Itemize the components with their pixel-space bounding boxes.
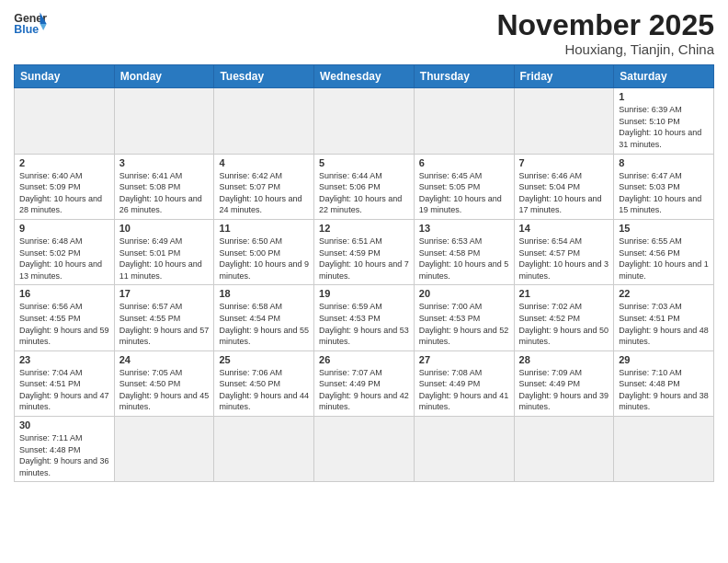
day-number: 13 (419, 223, 509, 234)
calendar-cell: 5Sunrise: 6:44 AM Sunset: 5:06 PM Daylig… (314, 154, 415, 219)
day-info: Sunrise: 6:41 AM Sunset: 5:08 PM Dayligh… (119, 170, 210, 216)
day-info: Sunrise: 6:51 AM Sunset: 4:59 PM Dayligh… (319, 236, 409, 282)
day-info: Sunrise: 6:45 AM Sunset: 5:05 PM Dayligh… (419, 170, 509, 216)
weekday-header-wednesday: Wednesday (314, 65, 415, 88)
day-number: 12 (319, 223, 409, 234)
calendar-cell: 12Sunrise: 6:51 AM Sunset: 4:59 PM Dayli… (314, 219, 415, 284)
day-info: Sunrise: 7:02 AM Sunset: 4:52 PM Dayligh… (519, 301, 609, 347)
calendar-cell: 1Sunrise: 6:39 AM Sunset: 5:10 PM Daylig… (614, 88, 714, 154)
calendar-cell: 18Sunrise: 6:58 AM Sunset: 4:54 PM Dayli… (214, 285, 314, 350)
day-number: 9 (19, 223, 109, 234)
title-block: November 2025 Houxiang, Tianjin, China (496, 9, 714, 57)
calendar-cell (414, 417, 514, 482)
day-info: Sunrise: 7:11 AM Sunset: 4:48 PM Dayligh… (19, 432, 109, 478)
calendar-cell: 29Sunrise: 7:10 AM Sunset: 4:48 PM Dayli… (614, 350, 714, 416)
weekday-header-monday: Monday (114, 65, 214, 88)
page: General Blue November 2025 Houxiang, Tia… (0, 0, 728, 491)
calendar-cell: 20Sunrise: 7:00 AM Sunset: 4:53 PM Dayli… (414, 285, 514, 350)
day-number: 2 (19, 157, 109, 168)
calendar-cell: 30Sunrise: 7:11 AM Sunset: 4:48 PM Dayli… (15, 417, 115, 482)
calendar-cell (314, 417, 415, 482)
day-number: 3 (119, 157, 210, 168)
day-info: Sunrise: 7:00 AM Sunset: 4:53 PM Dayligh… (419, 301, 509, 347)
calendar-cell: 8Sunrise: 6:47 AM Sunset: 5:03 PM Daylig… (614, 154, 714, 219)
weekday-header-sunday: Sunday (15, 65, 115, 88)
calendar-cell (614, 417, 714, 482)
day-number: 27 (419, 354, 509, 365)
calendar-week-row: 30Sunrise: 7:11 AM Sunset: 4:48 PM Dayli… (15, 417, 714, 482)
day-info: Sunrise: 7:04 AM Sunset: 4:51 PM Dayligh… (19, 367, 109, 413)
calendar-table: SundayMondayTuesdayWednesdayThursdayFrid… (14, 64, 714, 482)
day-number: 8 (619, 157, 709, 168)
calendar-cell: 16Sunrise: 6:56 AM Sunset: 4:55 PM Dayli… (15, 285, 115, 350)
month-title: November 2025 (496, 9, 714, 41)
calendar-cell (114, 88, 214, 154)
day-number: 21 (519, 288, 609, 299)
weekday-header-tuesday: Tuesday (214, 65, 314, 88)
day-info: Sunrise: 7:03 AM Sunset: 4:51 PM Dayligh… (619, 301, 709, 347)
day-info: Sunrise: 7:05 AM Sunset: 4:50 PM Dayligh… (119, 367, 210, 413)
day-number: 6 (419, 157, 509, 168)
calendar-cell (314, 88, 415, 154)
calendar-cell: 10Sunrise: 6:49 AM Sunset: 5:01 PM Dayli… (114, 219, 214, 284)
day-info: Sunrise: 6:47 AM Sunset: 5:03 PM Dayligh… (619, 170, 709, 216)
day-info: Sunrise: 6:59 AM Sunset: 4:53 PM Dayligh… (319, 301, 409, 347)
day-number: 24 (119, 354, 210, 365)
day-info: Sunrise: 6:55 AM Sunset: 4:56 PM Dayligh… (619, 236, 709, 282)
day-info: Sunrise: 6:42 AM Sunset: 5:07 PM Dayligh… (219, 170, 309, 216)
day-number: 30 (19, 419, 109, 431)
day-number: 20 (419, 288, 509, 299)
day-info: Sunrise: 6:46 AM Sunset: 5:04 PM Dayligh… (519, 170, 609, 216)
day-number: 14 (519, 223, 609, 234)
day-number: 1 (619, 91, 709, 102)
day-info: Sunrise: 6:40 AM Sunset: 5:09 PM Dayligh… (19, 170, 109, 216)
day-info: Sunrise: 6:53 AM Sunset: 4:58 PM Dayligh… (419, 236, 509, 282)
day-number: 5 (319, 157, 409, 168)
calendar-cell: 9Sunrise: 6:48 AM Sunset: 5:02 PM Daylig… (15, 219, 115, 284)
day-number: 25 (219, 354, 309, 365)
day-number: 29 (619, 354, 709, 365)
day-info: Sunrise: 7:06 AM Sunset: 4:50 PM Dayligh… (219, 367, 309, 413)
day-number: 19 (319, 288, 409, 299)
day-number: 16 (19, 288, 109, 299)
day-number: 18 (219, 288, 309, 299)
svg-text:Blue: Blue (14, 23, 39, 36)
day-info: Sunrise: 7:09 AM Sunset: 4:49 PM Dayligh… (519, 367, 609, 413)
calendar-cell (214, 88, 314, 154)
calendar-cell: 23Sunrise: 7:04 AM Sunset: 4:51 PM Dayli… (15, 350, 115, 416)
day-info: Sunrise: 6:48 AM Sunset: 5:02 PM Dayligh… (19, 236, 109, 282)
day-info: Sunrise: 6:56 AM Sunset: 4:55 PM Dayligh… (19, 301, 109, 347)
calendar-cell (514, 417, 614, 482)
day-info: Sunrise: 6:57 AM Sunset: 4:55 PM Dayligh… (119, 301, 210, 347)
day-number: 15 (619, 223, 709, 234)
day-info: Sunrise: 6:44 AM Sunset: 5:06 PM Dayligh… (319, 170, 409, 216)
calendar-cell: 15Sunrise: 6:55 AM Sunset: 4:56 PM Dayli… (614, 219, 714, 284)
day-info: Sunrise: 6:50 AM Sunset: 5:00 PM Dayligh… (219, 236, 309, 282)
calendar-cell: 25Sunrise: 7:06 AM Sunset: 4:50 PM Dayli… (214, 350, 314, 416)
calendar-week-row: 1Sunrise: 6:39 AM Sunset: 5:10 PM Daylig… (15, 88, 714, 154)
calendar-cell: 7Sunrise: 6:46 AM Sunset: 5:04 PM Daylig… (514, 154, 614, 219)
logo: General Blue (14, 9, 47, 37)
calendar-cell: 6Sunrise: 6:45 AM Sunset: 5:05 PM Daylig… (414, 154, 514, 219)
day-info: Sunrise: 7:10 AM Sunset: 4:48 PM Dayligh… (619, 367, 709, 413)
calendar-cell: 28Sunrise: 7:09 AM Sunset: 4:49 PM Dayli… (514, 350, 614, 416)
day-number: 7 (519, 157, 609, 168)
calendar-cell: 3Sunrise: 6:41 AM Sunset: 5:08 PM Daylig… (114, 154, 214, 219)
calendar-cell: 27Sunrise: 7:08 AM Sunset: 4:49 PM Dayli… (414, 350, 514, 416)
calendar-cell: 4Sunrise: 6:42 AM Sunset: 5:07 PM Daylig… (214, 154, 314, 219)
day-info: Sunrise: 6:58 AM Sunset: 4:54 PM Dayligh… (219, 301, 309, 347)
generalblue-logo-icon: General Blue (14, 9, 47, 37)
svg-marker-3 (40, 24, 47, 30)
calendar-cell (15, 88, 115, 154)
day-number: 10 (119, 223, 210, 234)
calendar-cell: 2Sunrise: 6:40 AM Sunset: 5:09 PM Daylig… (15, 154, 115, 219)
calendar-week-row: 9Sunrise: 6:48 AM Sunset: 5:02 PM Daylig… (15, 219, 714, 284)
day-number: 22 (619, 288, 709, 299)
calendar-cell: 24Sunrise: 7:05 AM Sunset: 4:50 PM Dayli… (114, 350, 214, 416)
day-info: Sunrise: 6:39 AM Sunset: 5:10 PM Dayligh… (619, 104, 709, 150)
calendar-cell: 21Sunrise: 7:02 AM Sunset: 4:52 PM Dayli… (514, 285, 614, 350)
calendar-cell: 17Sunrise: 6:57 AM Sunset: 4:55 PM Dayli… (114, 285, 214, 350)
day-number: 17 (119, 288, 210, 299)
calendar-cell: 13Sunrise: 6:53 AM Sunset: 4:58 PM Dayli… (414, 219, 514, 284)
day-number: 4 (219, 157, 309, 168)
